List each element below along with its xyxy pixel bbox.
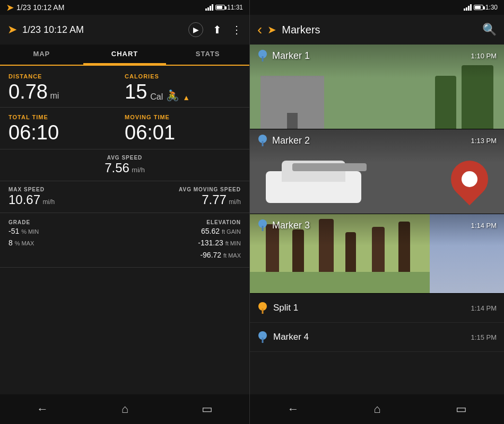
left-bottom-nav: ← ⌂ ▭ (0, 394, 249, 424)
grade-min-value: -51 (8, 227, 19, 235)
marker-2-info: Marker 2 1:13 PM (250, 135, 504, 146)
grade-elevation-row: GRADE -51 % MIN 8 % MAX ELEVATION 65 (0, 213, 249, 268)
distance-calories-row: DISTANCE 0.78 mi CALORIES 15 Cal 🚴 ▲ (0, 66, 249, 108)
marker4-left: Marker 4 (257, 331, 309, 343)
grade-label: GRADE (8, 219, 125, 225)
left-home-button[interactable]: ⌂ (121, 402, 128, 416)
play-button[interactable]: ▶ (188, 22, 203, 37)
grade-max-unit: % MAX (15, 240, 34, 246)
signal-bars-icon (205, 4, 213, 11)
avg-moving-speed-block: AVG MOVING SPEED 7.77 mi/h (125, 187, 241, 207)
marker-item-4[interactable]: Marker 4 1:15 PM (250, 323, 504, 352)
elev-max-row: -96.72 ft MAX (125, 249, 241, 261)
time-row: TOTAL TIME 06:10 MOVING TIME 06:01 (0, 108, 249, 149)
right-back-button[interactable]: ‹ (257, 21, 262, 38)
elev-min-value: -131.23 (198, 238, 223, 247)
elev-min-unit: ft MIN (225, 240, 241, 246)
right-status-bar: 1:30 (250, 0, 504, 15)
calories-value: 15 (125, 82, 147, 102)
grade-min-row: -51 % MIN (8, 225, 125, 237)
marker-3-pin-icon (257, 219, 268, 231)
right-back-nav-button[interactable]: ← (287, 402, 299, 416)
marker-1-time: 1:10 PM (471, 52, 497, 60)
marker-2-time: 1:13 PM (471, 137, 497, 145)
left-status-bar: ➤ 1/23 10:12 AM 11:31 (0, 0, 249, 15)
marker-item-3[interactable]: Marker 3 1:14 PM (250, 214, 504, 294)
right-top-bar: ‹ ➤ Markers 🔍 (250, 15, 504, 45)
marker-2-name-row: Marker 2 (257, 135, 310, 146)
search-button[interactable]: 🔍 (482, 23, 497, 37)
grade-block: GRADE -51 % MIN 8 % MAX (8, 219, 125, 261)
right-signal-bars-icon (464, 4, 472, 11)
left-panel: ➤ 1/23 10:12 AM 11:31 ➤ 1/23 10:12 AM ▶ … (0, 0, 249, 424)
arrow-up-icon: ▲ (183, 93, 190, 102)
avg-speed-value: 7.56 (105, 161, 129, 175)
battery-icon (215, 5, 225, 10)
avg-moving-speed-value: 7.77 (202, 192, 227, 207)
avg-moving-speed-label: AVG MOVING SPEED (125, 187, 241, 192)
split1-pin-icon (257, 302, 268, 314)
marker-item-1[interactable]: Marker 1 1:10 PM (250, 45, 504, 129)
max-speed-label: MAX SPEED (8, 187, 125, 192)
left-status-right: 11:31 (205, 4, 243, 11)
tab-map[interactable]: MAP (0, 45, 83, 65)
right-arrow-icon: ➤ (267, 23, 276, 36)
marker-item-2[interactable]: Marker 2 1:13 PM (250, 129, 504, 214)
elevation-block: ELEVATION 65.62 ft GAIN -131.23 ft MIN -… (125, 219, 241, 261)
marker4-pin-icon (257, 331, 268, 343)
right-recent-button[interactable]: ▭ (456, 402, 467, 416)
left-back-button[interactable]: ← (37, 402, 48, 416)
left-recent-button[interactable]: ▭ (202, 402, 213, 416)
left-top-bar-left: ➤ 1/23 10:12 AM (7, 23, 84, 37)
max-speed-unit: mi/h (43, 198, 55, 206)
avg-speed-row: AVG SPEED 7.56 mi/h (0, 149, 249, 181)
total-time-block: TOTAL TIME 06:10 (8, 114, 125, 143)
left-top-bar-icons: ▶ ⬆ ⋮ (188, 22, 242, 37)
left-status-left: ➤ 1/23 10:12 AM (6, 3, 64, 13)
right-home-button[interactable]: ⌂ (373, 402, 380, 416)
left-top-bar: ➤ 1/23 10:12 AM ▶ ⬆ ⋮ (0, 15, 249, 45)
elev-gain-value: 65.62 (201, 227, 220, 235)
moving-time-value: 06:01 (125, 122, 241, 143)
avg-moving-speed-unit: mi/h (229, 198, 241, 206)
grade-min-unit: % MIN (21, 228, 39, 235)
marker-1-pin-icon (257, 50, 268, 61)
bike-icon: 🚴 (166, 89, 179, 102)
elev-max-value: -96.72 (200, 251, 221, 259)
right-time: 1:30 (485, 4, 498, 11)
calories-value-row: 15 Cal 🚴 ▲ (125, 82, 241, 102)
avg-speed-value-row: 7.56 mi/h (8, 161, 241, 175)
marker-2-name: Marker 2 (272, 135, 310, 146)
avg-moving-speed-value-row: 7.77 mi/h (125, 192, 241, 207)
calories-unit: Cal (150, 92, 163, 102)
marker-1-name-row: Marker 1 (257, 50, 310, 61)
elevation-values: 65.62 ft GAIN -131.23 ft MIN -96.72 ft M… (125, 225, 241, 261)
avg-speed-label: AVG SPEED (8, 155, 241, 161)
marker-3-name-row: Marker 3 (257, 219, 310, 231)
right-top-left: ‹ ➤ Markers (257, 21, 320, 38)
marker-2-pin-icon (257, 135, 268, 146)
grade-max-row: 8 % MAX (8, 237, 125, 249)
elev-max-unit: ft MAX (223, 252, 241, 259)
marker-3-time: 1:14 PM (471, 222, 497, 229)
left-date-label: 1/23 10:12 AM (22, 24, 84, 36)
marker-1-name: Marker 1 (272, 50, 310, 61)
elevation-label: ELEVATION (125, 219, 241, 225)
total-time-label: TOTAL TIME (8, 114, 125, 120)
left-tabs: MAP CHART STATS (0, 45, 249, 66)
tab-stats[interactable]: STATS (166, 45, 249, 65)
right-title: Markers (282, 24, 320, 36)
left-time: 11:31 (227, 4, 243, 11)
left-arrow-icon: ➤ (7, 23, 17, 37)
distance-value-row: 0.78 mi (8, 82, 125, 102)
tab-chart[interactable]: CHART (83, 45, 167, 65)
distance-value: 0.78 (8, 81, 48, 103)
left-status-date: 1/23 10:12 AM (16, 3, 64, 12)
stats-content: DISTANCE 0.78 mi CALORIES 15 Cal 🚴 ▲ TOT… (0, 66, 249, 394)
marker4-name: Marker 4 (273, 332, 309, 342)
more-button[interactable]: ⋮ (231, 23, 242, 36)
distance-unit: mi (50, 91, 59, 100)
marker-item-split1[interactable]: Split 1 1:14 PM (250, 294, 504, 323)
elev-min-row: -131.23 ft MIN (125, 237, 241, 249)
share-button[interactable]: ⬆ (213, 23, 222, 36)
